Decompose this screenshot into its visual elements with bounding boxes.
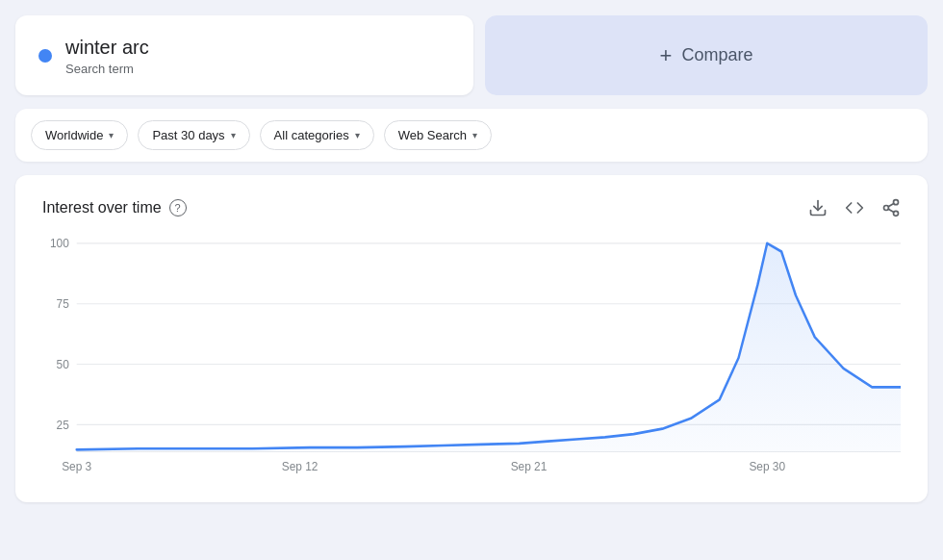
svg-line-5 xyxy=(888,203,894,206)
filter-location[interactable]: Worldwide ▾ xyxy=(31,120,128,150)
chart-header: Interest over time ? xyxy=(42,198,901,217)
svg-text:Sep 3: Sep 3 xyxy=(62,460,91,474)
search-term-label: Search term xyxy=(65,62,149,76)
chart-title-row: Interest over time ? xyxy=(42,199,187,216)
search-term-text: winter arc Search term xyxy=(65,35,149,76)
help-icon[interactable]: ? xyxy=(169,199,187,216)
filter-search-type[interactable]: Web Search ▾ xyxy=(384,120,492,150)
svg-text:Sep 30: Sep 30 xyxy=(749,460,785,474)
chart-card: Interest over time ? xyxy=(15,175,928,502)
filters-row: Worldwide ▾ Past 30 days ▾ All categorie… xyxy=(15,109,928,162)
chevron-down-icon: ▾ xyxy=(231,130,236,140)
search-term-name: winter arc xyxy=(65,35,149,60)
filter-time[interactable]: Past 30 days ▾ xyxy=(138,120,249,150)
svg-text:75: 75 xyxy=(57,297,69,312)
compare-card[interactable]: + Compare xyxy=(485,15,928,95)
search-term-card: winter arc Search term xyxy=(15,15,473,95)
embed-icon[interactable] xyxy=(845,198,864,217)
svg-text:25: 25 xyxy=(57,418,69,432)
chevron-down-icon: ▾ xyxy=(109,130,114,140)
chart-actions xyxy=(808,198,901,217)
svg-text:Sep 21: Sep 21 xyxy=(511,460,548,474)
filter-time-label: Past 30 days xyxy=(152,128,224,142)
svg-text:Sep 12: Sep 12 xyxy=(282,460,319,474)
chevron-down-icon: ▾ xyxy=(355,130,360,140)
svg-line-4 xyxy=(888,209,894,212)
svg-text:50: 50 xyxy=(57,357,69,371)
compare-label: Compare xyxy=(681,45,752,65)
chevron-down-icon: ▾ xyxy=(472,130,477,140)
svg-text:100: 100 xyxy=(50,237,69,251)
filter-category[interactable]: All categories ▾ xyxy=(260,120,374,150)
chart-title: Interest over time xyxy=(42,199,162,216)
compare-plus-icon: + xyxy=(660,43,673,68)
filter-category-label: All categories xyxy=(274,128,349,142)
download-icon[interactable] xyxy=(808,198,828,217)
search-term-dot xyxy=(38,49,52,63)
filter-location-label: Worldwide xyxy=(45,128,103,142)
share-icon[interactable] xyxy=(881,198,901,217)
chart-area: 100 75 50 25 Sep 3 Sep 12 Sep 21 Sep 30 xyxy=(42,233,901,483)
filter-search-type-label: Web Search xyxy=(398,128,467,142)
